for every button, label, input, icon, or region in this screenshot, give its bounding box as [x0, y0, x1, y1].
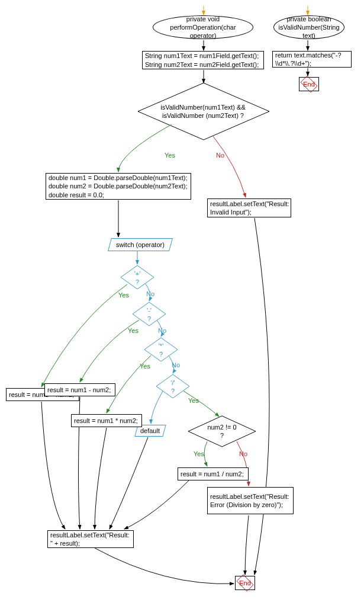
start-is-valid-number: private boolean isValidNumber(String tex…	[273, 15, 344, 39]
end-node-1: End	[235, 576, 255, 590]
stmt-divzero: resultLabel.setText("Result: Error (Divi…	[207, 487, 294, 514]
decision-valid-label: isValidNumber(num1Text) && isValidNumber…	[158, 103, 248, 120]
label-no-plus: No	[145, 290, 156, 297]
stmt-divzero-label: resultLabel.setText("Result: Error (Divi…	[210, 492, 291, 510]
case-slash: '/' ?	[166, 383, 180, 391]
end-node-2: End	[299, 77, 319, 91]
end2-label: End	[303, 80, 315, 88]
stmt-result-label: resultLabel.setText("Result: " + result)…	[50, 531, 131, 548]
start2-label: private boolean isValidNumber(String tex…	[278, 15, 339, 40]
case-minus: '-' ?	[142, 310, 156, 319]
stmt-matches-label: return text.matches("-?\\d*\\.?\\d+");	[275, 51, 349, 68]
label-no-minus: No	[157, 327, 167, 334]
stmt-div-label: result = num1 / num2;	[181, 470, 244, 478]
stmt-get-text: String num1Text = num1Field.getText(); S…	[142, 51, 264, 69]
case-plus: '+' ?	[130, 274, 144, 282]
start-perform-operation: private void performOperation(char opera…	[153, 15, 253, 39]
label-yes-minus: Yes	[127, 327, 140, 334]
stmt-matches: return text.matches("-?\\d*\\.?\\d+");	[272, 51, 352, 68]
label-no-valid: No	[215, 152, 226, 159]
stmt-invalid-label: resultLabel.setText("Result: Invalid Inp…	[210, 200, 289, 217]
stmt-sub-label: result = num1 - num2;	[47, 386, 111, 394]
case-default-label: default	[140, 427, 160, 435]
label-yes-star: Yes	[138, 363, 152, 370]
stmt-result: resultLabel.setText("Result: " + result)…	[47, 530, 134, 548]
case-star-label: '*' ?	[156, 342, 166, 359]
label-no-zero: No	[238, 450, 249, 457]
label-no-star: No	[170, 361, 181, 369]
case-plus-label: '+' ?	[133, 270, 142, 287]
stmt-invalid: resultLabel.setText("Result: Invalid Inp…	[207, 198, 291, 217]
stmt-get-text-label: String num1Text = num1Field.getText(); S…	[145, 52, 259, 69]
stmt-mul: result = num1 * num2;	[71, 414, 142, 427]
case-minus-label: '-' ?	[144, 306, 154, 323]
decision-valid: isValidNumber(num1Text) && isValidNumber…	[156, 95, 250, 128]
switch-operator: switch (operator)	[108, 238, 173, 251]
label-yes-zero: Yes	[192, 450, 205, 457]
stmt-div: result = num1 / num2;	[178, 467, 249, 480]
end1-label: End	[239, 579, 251, 587]
switch-label: switch (operator)	[116, 241, 165, 249]
label-yes-plus: Yes	[117, 291, 130, 299]
stmt-parse-label: double num1 = Double.parseDouble(num1Tex…	[49, 174, 188, 199]
case-star: '*' ?	[154, 346, 168, 354]
stmt-sub: result = num1 - num2;	[44, 383, 115, 396]
label-yes-valid: Yes	[163, 152, 176, 159]
start1-label: private void performOperation(char opera…	[159, 15, 247, 40]
stmt-parse: double num1 = Double.parseDouble(num1Tex…	[46, 173, 191, 200]
decision-zero: num2 != 0 ?	[203, 427, 241, 435]
label-yes-slash: Yes	[187, 397, 200, 404]
decision-zero-label: num2 != 0 ?	[205, 423, 239, 440]
stmt-mul-label: result = num1 * num2;	[74, 416, 138, 425]
case-slash-label: '/' ?	[168, 379, 178, 396]
